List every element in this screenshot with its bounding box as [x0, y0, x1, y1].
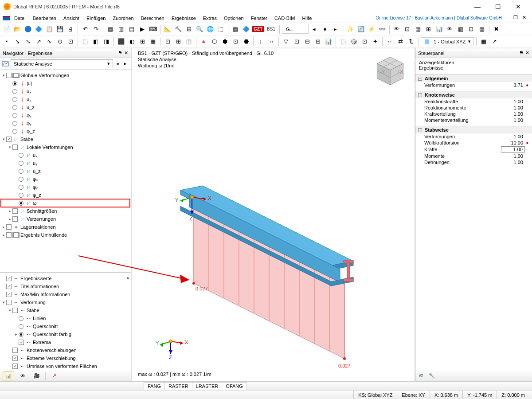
checkbox[interactable]: [6, 232, 12, 238]
tree-item[interactable]: ⎠φ_z: [1, 127, 130, 135]
menu-hilfe[interactable]: Hilfe: [298, 15, 315, 22]
toolbar-button[interactable]: 📂: [12, 24, 22, 34]
checkbox[interactable]: [12, 348, 18, 353]
toolbar-button[interactable]: 📊: [324, 37, 333, 47]
factor-row[interactable]: Wölbkrafttorsion10.00◄: [415, 140, 532, 146]
tree-item[interactable]: ▸Ergebnis Umhüllende: [1, 231, 130, 239]
nav-prev-button[interactable]: ◂: [114, 59, 121, 68]
toolbar-button[interactable]: ⌨: [148, 24, 158, 34]
tree-item[interactable]: ⩗φₓ: [1, 175, 130, 183]
toolbar-button[interactable]: ✨: [345, 24, 355, 34]
toolbar-button[interactable]: 📋: [44, 24, 54, 34]
tree-item[interactable]: ⩗u_z: [1, 167, 130, 175]
viewport[interactable]: BS1 - GZT (STR/GEO) - Ständig und vorübe…: [131, 48, 415, 381]
menu-optionen[interactable]: Optionen: [220, 15, 247, 22]
toolbar-button[interactable]: 🎲: [349, 37, 359, 47]
toolbar-button[interactable]: ⬣: [241, 37, 251, 47]
tree-item[interactable]: ▾⩗Stäbe: [1, 135, 130, 143]
tree-item[interactable]: ▾〰Verformung: [1, 298, 130, 306]
group-header[interactable]: −Stabweise: [415, 126, 532, 133]
toolbar-button[interactable]: ▥: [456, 24, 466, 34]
tree-item[interactable]: ▸⩗Verzerrungen: [1, 215, 130, 223]
radio[interactable]: [19, 185, 23, 190]
toolbar-button[interactable]: 📄: [2, 24, 12, 34]
toolbar-button[interactable]: ✖: [492, 24, 501, 34]
results-tree[interactable]: ▾Globale Verformungen⎠|u|⎠uₓ⎠uᵧ⎠u_z⎠φₓ⎠φ…: [0, 70, 131, 272]
display-tree[interactable]: ▲〰Ergebniswerte〰Titelinformationen〰Max/M…: [0, 272, 131, 370]
toolbar-button[interactable]: ▤: [127, 24, 137, 34]
menu-einfügen[interactable]: Einfügen: [83, 15, 109, 22]
toolbar-button[interactable]: ▦: [477, 24, 487, 34]
toolbar-button[interactable]: ⇄: [395, 37, 405, 47]
radio[interactable]: [12, 129, 17, 134]
nav-tab-camera[interactable]: 🎥: [31, 372, 43, 380]
nav-tab-results[interactable]: ↗: [48, 372, 60, 380]
toolbar-button[interactable]: ⬚: [338, 37, 348, 47]
toolbar-button[interactable]: 👓: [377, 24, 387, 34]
factor-row[interactable]: Momentenverteilung1.00: [415, 117, 532, 123]
toolbar-button[interactable]: ●: [320, 24, 330, 34]
tree-item[interactable]: 〰Umrisse von verformten Flächen: [1, 362, 130, 370]
toolbar-button[interactable]: ⊞: [137, 37, 147, 47]
group-header[interactable]: −Knotenweise: [415, 91, 532, 98]
mdi-min-icon[interactable]: —: [505, 15, 512, 22]
nav-tab-view[interactable]: 👁: [17, 372, 28, 380]
factor-row[interactable]: Reaktionsmomente1.00: [415, 105, 532, 111]
toolbar-button[interactable]: ▦: [148, 37, 158, 47]
toolbar-button[interactable]: ⤡: [23, 37, 33, 47]
toolbar-button[interactable]: 🔵: [23, 24, 33, 34]
radio[interactable]: [19, 316, 23, 321]
radio[interactable]: [19, 332, 23, 337]
tree-item[interactable]: ⩗uᵧ: [1, 159, 130, 167]
toolbar-button[interactable]: 📊: [434, 24, 444, 34]
factor-row[interactable]: Reaktionskräfte1.00: [415, 98, 532, 105]
tree-item[interactable]: 〰Querschnitt: [1, 322, 130, 330]
menu-zuordnen[interactable]: Zuordnen: [109, 15, 137, 22]
toolbar-button[interactable]: 🌐: [205, 24, 215, 34]
toolbar-button[interactable]: ↔: [385, 37, 395, 47]
tree-item[interactable]: ⩗ω: [1, 199, 130, 207]
nav-next-button[interactable]: ▸: [122, 59, 129, 68]
toolbar-button[interactable]: •: [2, 37, 12, 47]
tree-item[interactable]: ⩗uₓ: [1, 151, 130, 159]
checkbox[interactable]: [6, 224, 12, 230]
toolbar-button[interactable]: ▥: [116, 24, 126, 34]
tree-item[interactable]: 〰Ergebniswerte: [1, 274, 130, 282]
toolbar-button[interactable]: ▦: [479, 37, 489, 47]
tree-item[interactable]: ⎠uₓ: [1, 87, 130, 95]
checkbox[interactable]: [6, 73, 12, 78]
radio[interactable]: [12, 89, 17, 94]
toolbar-button[interactable]: ↷: [91, 24, 101, 34]
scale-icon[interactable]: ⚖: [419, 373, 423, 379]
toolbar-button[interactable]: ⬛: [116, 37, 126, 47]
toolbar-button[interactable]: ⊟: [302, 37, 312, 47]
tree-item[interactable]: ⩗φᵧ: [1, 183, 130, 191]
toolbar-button[interactable]: ↗: [34, 37, 43, 47]
tree-item[interactable]: 〰Extreme Verschiebung: [1, 354, 130, 362]
toolbar-button[interactable]: ▸: [331, 24, 340, 34]
toolbar-button[interactable]: ↘: [12, 37, 22, 47]
tree-item[interactable]: ▾Globale Verformungen: [1, 71, 130, 79]
radio[interactable]: [19, 161, 23, 166]
factor-row[interactable]: Dehnungen1.00: [415, 159, 532, 165]
toolbar-button[interactable]: ⬚: [216, 24, 226, 34]
checkbox[interactable]: [6, 284, 12, 289]
toolbar-button[interactable]: ⊞: [313, 37, 323, 47]
checkbox[interactable]: [6, 300, 12, 305]
checkbox[interactable]: [12, 216, 18, 222]
toolbar-button[interactable]: ⇅: [406, 37, 416, 47]
loadcase-label[interactable]: BS1: [265, 27, 277, 31]
tree-item[interactable]: ⎠|u|: [1, 79, 130, 87]
tree-item[interactable]: ⎠φₓ: [1, 111, 130, 119]
toolbar-button[interactable]: ▦: [231, 24, 240, 34]
checkbox[interactable]: [19, 340, 24, 345]
toolbar-button[interactable]: ⬡: [209, 37, 219, 47]
snap-raster[interactable]: RASTER: [164, 382, 192, 390]
radio[interactable]: [19, 153, 23, 158]
radio[interactable]: [19, 201, 23, 206]
snap-ofang[interactable]: OFANG: [222, 382, 247, 390]
tree-item[interactable]: ⎠u_z: [1, 103, 130, 111]
tree-item[interactable]: ⩗φ_z: [1, 191, 130, 199]
checkbox[interactable]: [12, 308, 18, 313]
menu-fenster[interactable]: Fenster: [247, 15, 271, 22]
